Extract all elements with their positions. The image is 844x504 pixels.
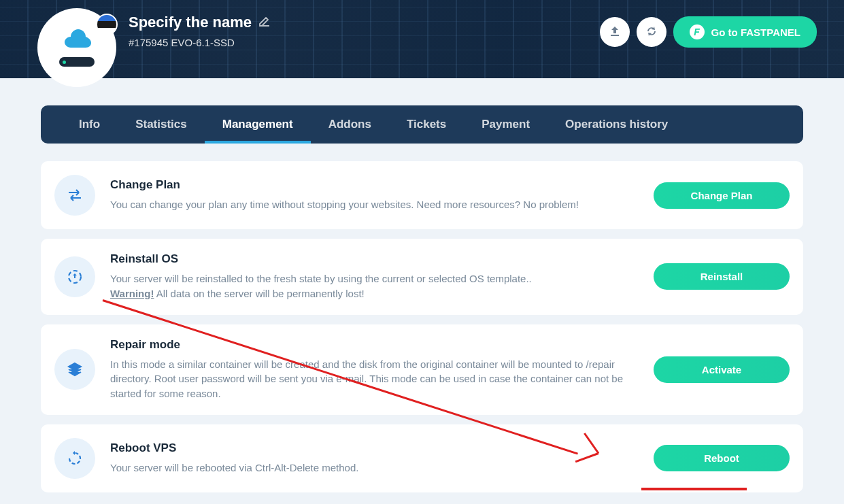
card-repair-mode: Repair mode In this mode a similar conta… [41, 324, 803, 415]
tab-tickets[interactable]: Tickets [389, 105, 464, 144]
tab-addons[interactable]: Addons [311, 105, 389, 144]
server-bar-icon [59, 57, 95, 67]
card-reboot-vps: Reboot VPS Your server will be rebooted … [41, 424, 803, 492]
page-title: Specify the name [129, 14, 252, 31]
card-title: Reinstall OS [110, 252, 639, 266]
upload-button[interactable] [600, 17, 630, 47]
sync-icon [645, 24, 658, 40]
card-description: Your server will be rebooted via Ctrl-Al… [110, 460, 639, 475]
server-avatar [37, 8, 116, 87]
layers-icon [54, 349, 95, 390]
warning-label: Warning! [110, 288, 154, 299]
edit-name-icon[interactable] [258, 14, 271, 31]
tab-management[interactable]: Management [205, 105, 311, 144]
swap-icon [54, 175, 95, 216]
fastpanel-logo-icon: F [690, 24, 705, 39]
change-plan-button[interactable]: Change Plan [654, 182, 790, 209]
tab-operations-history[interactable]: Operations history [547, 105, 686, 144]
refresh-dashed-icon [54, 256, 95, 297]
card-title: Change Plan [110, 178, 639, 192]
tab-payment[interactable]: Payment [464, 105, 547, 144]
card-change-plan: Change Plan You can change your plan any… [41, 161, 803, 229]
go-to-fastpanel-button[interactable]: F Go to FASTPANEL [673, 16, 817, 48]
card-title: Reboot VPS [110, 441, 639, 455]
country-flag-icon [96, 14, 118, 35]
cloud-icon [62, 29, 92, 52]
upload-icon [608, 24, 622, 40]
tab-bar: Info Statistics Management Addons Ticket… [41, 105, 803, 144]
card-title: Repair mode [110, 338, 639, 352]
sync-button[interactable] [637, 17, 666, 47]
card-description: Your server will be reinstalled to the f… [110, 271, 639, 301]
card-reinstall-os: Reinstall OS Your server will be reinsta… [41, 239, 803, 315]
activate-button[interactable]: Activate [654, 356, 790, 383]
tab-statistics[interactable]: Statistics [118, 105, 205, 144]
card-description: In this mode a similar container will be… [110, 357, 639, 401]
server-id: #175945 EVO-6.1-SSD [129, 37, 271, 48]
tab-info[interactable]: Info [61, 105, 118, 144]
card-description: You can change your plan any time withou… [110, 197, 639, 212]
reboot-button[interactable]: Reboot [654, 445, 790, 471]
reinstall-button[interactable]: Reinstall [654, 263, 790, 290]
fastpanel-button-label: Go to FASTPANEL [711, 27, 800, 38]
rotate-dashed-icon [54, 438, 95, 479]
